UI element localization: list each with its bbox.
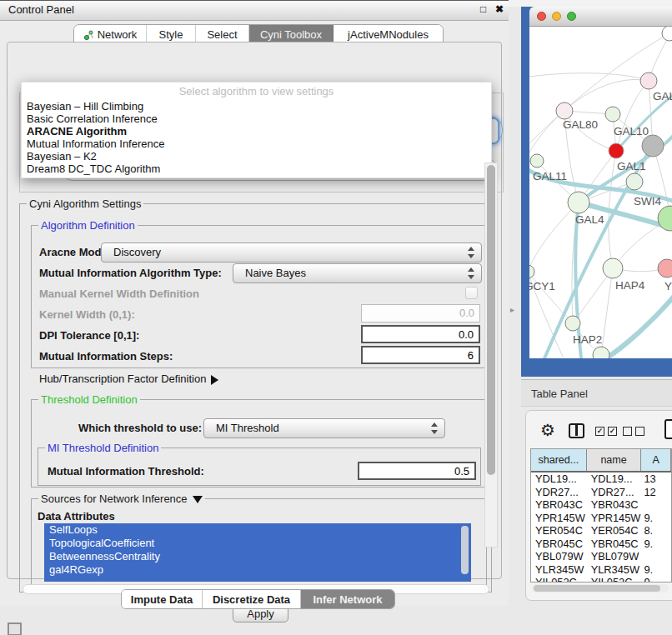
network-node[interactable] <box>568 192 589 213</box>
table-cell[interactable]: 13 <box>641 472 671 486</box>
table-cell[interactable]: YDR27... <box>531 486 587 499</box>
tab-network[interactable]: Network <box>74 25 147 43</box>
table-cell[interactable]: YER054C <box>587 524 642 538</box>
table-cell[interactable]: YLR345W <box>531 563 587 577</box>
tab-impute-data[interactable]: Impute Data <box>122 590 203 608</box>
table-cell[interactable]: 9. <box>641 563 671 577</box>
table-cell[interactable]: YDR27... <box>587 486 642 499</box>
network-node[interactable] <box>658 259 672 278</box>
corner-widget-icon[interactable] <box>8 622 22 635</box>
mi-type-select[interactable]: Naive Bayes <box>233 263 482 283</box>
algorithm-option[interactable]: Bayesian – K2 <box>22 150 491 162</box>
attribute-item[interactable]: SelfLoops <box>44 523 471 537</box>
tab-label: Infer Network <box>313 593 382 606</box>
close-traffic-light[interactable] <box>537 12 546 21</box>
table-cell[interactable]: YBR045C <box>531 538 587 551</box>
table-cell[interactable]: 8. <box>641 524 671 538</box>
table-cell[interactable]: YPR145W <box>531 512 587 525</box>
tab-discretize-data[interactable]: Discretize Data <box>203 590 301 608</box>
which-threshold-select[interactable]: MI Threshold <box>203 418 445 438</box>
sources-toggle[interactable]: Sources for Network Inference <box>38 492 205 505</box>
column-header-shared-name[interactable]: shared... <box>531 449 587 471</box>
table-cell[interactable]: 12 <box>641 486 671 499</box>
network-node[interactable] <box>603 258 623 278</box>
mi-steps-input[interactable]: 6 <box>361 346 480 364</box>
column-header-partial[interactable]: A <box>641 449 671 471</box>
table-cell[interactable]: YBL079W <box>587 550 642 563</box>
table-cell[interactable]: YPR145W <box>587 512 642 525</box>
table-cell[interactable]: 9. <box>641 512 671 525</box>
algorithm-option[interactable]: Basic Correlation Inference <box>22 112 491 125</box>
select-all-checkboxes-icon[interactable]: ✓ ✓ <box>595 427 617 436</box>
table-cell[interactable]: YBR045C <box>587 538 642 551</box>
attribute-item[interactable]: TopologicalCoefficient <box>44 537 471 550</box>
table-cell[interactable]: YBR043C <box>587 498 642 512</box>
node-label: HAP4 <box>615 279 645 292</box>
table-cell[interactable]: YIL052C <box>587 576 642 582</box>
kernel-width-input[interactable]: 0.0 <box>361 304 480 322</box>
network-node[interactable] <box>556 102 573 119</box>
algorithm-option[interactable]: ARACNE Algorithm <box>22 125 491 138</box>
network-window-titlebar[interactable] <box>529 7 672 27</box>
network-node[interactable] <box>640 72 657 89</box>
scrollbar-thumb[interactable] <box>534 585 660 592</box>
algorithm-option[interactable]: Bayesian – Hill Climbing <box>22 100 491 112</box>
network-node[interactable] <box>626 173 643 190</box>
tab-infer-network[interactable]: Infer Network <box>301 590 394 608</box>
columns-icon[interactable] <box>569 423 584 438</box>
table-cell[interactable]: YER054C <box>531 524 587 538</box>
tab-label: Select <box>207 28 237 41</box>
tab-jactivemnodules[interactable]: jActiveMNodules <box>333 25 443 43</box>
network-node[interactable] <box>605 107 620 122</box>
tab-cyni-toolbox[interactable]: Cyni Toolbox <box>249 25 333 43</box>
table-cell[interactable]: YLR345W <box>587 563 642 577</box>
scrollbar-thumb[interactable] <box>487 165 495 475</box>
attribute-item[interactable]: gal4RGexp <box>44 563 471 577</box>
table-horizontal-scrollbar[interactable] <box>532 584 669 592</box>
dpi-tolerance-input[interactable]: 0.0 <box>361 325 480 343</box>
table-cell[interactable] <box>641 550 671 563</box>
table-cell[interactable]: YBL079W <box>531 550 587 563</box>
tab-style[interactable]: Style <box>147 25 196 43</box>
manual-kernel-checkbox[interactable] <box>465 287 478 299</box>
network-node[interactable] <box>662 27 672 41</box>
network-node[interactable] <box>529 265 534 278</box>
algorithm-option[interactable]: Mutual Information Inference <box>22 138 491 150</box>
node-label: GAL4 <box>575 213 604 226</box>
network-edge <box>564 79 649 111</box>
file-icon[interactable] <box>664 419 672 439</box>
algorithm-option[interactable]: Dream8 DC_TDC Algorithm <box>22 162 491 175</box>
table-cell[interactable]: 9. <box>641 538 671 551</box>
network-node[interactable] <box>593 347 609 358</box>
attribute-item[interactable] <box>44 577 471 582</box>
float-window-icon[interactable]: □ <box>480 3 492 15</box>
zoom-traffic-light[interactable] <box>567 12 576 21</box>
table-cell[interactable] <box>641 498 671 512</box>
network-canvas[interactable]: GALGAL80GAL10GAL1GAL11SWI4GAL4GCY1HAP4YH… <box>529 27 672 358</box>
table-cell[interactable]: YDL19... <box>587 472 642 486</box>
network-node[interactable] <box>530 154 544 168</box>
close-icon[interactable]: ✖ <box>495 3 507 15</box>
column-header-name[interactable]: name <box>587 449 642 471</box>
network-node[interactable] <box>642 135 664 157</box>
settings-vertical-scrollbar[interactable] <box>484 162 498 548</box>
tab-select[interactable]: Select <box>196 25 249 43</box>
mi-threshold-input[interactable]: 0.5 <box>358 462 476 480</box>
hub-definition-toggle[interactable]: Hub/Transcription Factor Definition <box>39 372 218 385</box>
table-cell[interactable]: YBR043C <box>531 498 587 512</box>
panel-divider-grip[interactable]: ▸ <box>510 305 514 314</box>
aracne-mode-select[interactable]: Discovery <box>101 242 482 262</box>
mi-steps-label: Mutual Information Steps: <box>39 350 173 362</box>
table-cell[interactable]: 9 <box>641 576 671 582</box>
clear-all-checkboxes-icon[interactable] <box>623 427 644 436</box>
table-cell[interactable]: YDL19... <box>531 472 587 486</box>
gear-icon[interactable]: ⚙ <box>540 420 555 440</box>
network-node[interactable] <box>609 143 624 158</box>
attribute-item[interactable]: BetweennessCentrality <box>44 550 471 563</box>
network-node[interactable] <box>565 316 580 331</box>
table-cell[interactable]: YIL052C <box>531 576 587 582</box>
attributes-scrollbar[interactable] <box>461 526 469 574</box>
aracne-mode-value: Discovery <box>113 246 161 258</box>
control-panel-window: Control Panel □ ✖ Network Style Select <box>0 0 509 606</box>
minimize-traffic-light[interactable] <box>552 12 561 21</box>
